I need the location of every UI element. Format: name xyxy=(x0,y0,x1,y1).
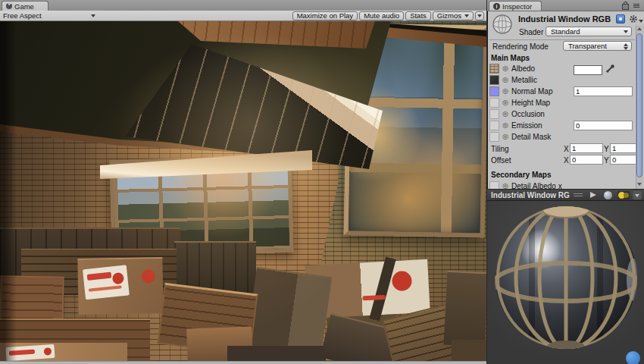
maximize-on-play-button[interactable]: Maximize on Play xyxy=(292,11,358,20)
divider xyxy=(489,39,635,40)
scene-box-right-stack xyxy=(443,271,486,347)
preset-icon[interactable] xyxy=(616,14,625,24)
gizmos-dropdown[interactable]: Gizmos xyxy=(433,11,474,20)
scene-box-red-label xyxy=(77,257,163,315)
height-map-thumbnail[interactable] xyxy=(489,98,499,108)
albedo-label: Albedo xyxy=(511,64,535,73)
material-name: Industrial Window RGB xyxy=(518,14,611,24)
preview-sphere-icon[interactable] xyxy=(604,191,612,199)
offset-y-label: Y xyxy=(604,156,609,165)
box-label-mark xyxy=(87,272,112,281)
inspector-scrollbar-thumb[interactable] xyxy=(636,33,642,177)
object-picker-icon[interactable]: ◎ xyxy=(502,133,508,140)
albedo-thumbnail[interactable] xyxy=(489,64,499,74)
tiling-label: Tiling xyxy=(491,145,509,153)
scroll-down-icon[interactable] xyxy=(637,183,642,186)
emission-label: Emission xyxy=(511,121,542,130)
game-view-bottom-strip xyxy=(0,361,486,364)
inspector-tab-icon: i xyxy=(493,3,500,10)
normal-map-thumbnail[interactable] xyxy=(489,86,499,96)
shader-dropdown[interactable]: Standard xyxy=(546,27,632,36)
game-viewport[interactable] xyxy=(0,21,486,361)
drag-handle-icon[interactable] xyxy=(574,193,583,196)
game-tabstrip: Game xyxy=(0,0,486,11)
box-strap xyxy=(369,257,395,322)
mute-audio-button[interactable]: Mute audio xyxy=(359,11,404,20)
material-preview-area[interactable] xyxy=(487,201,644,364)
unity-editor-window: Game Free Aspect Maximize on Play Mute a… xyxy=(0,0,644,364)
gizmos-menu-button[interactable] xyxy=(475,11,484,20)
gear-menu-arrow-icon[interactable] xyxy=(639,20,643,23)
box-label-stamp xyxy=(44,347,52,356)
chevron-down-icon xyxy=(477,14,482,17)
preview-title: Industrial Window RG xyxy=(491,191,570,199)
detail-mask-thumbnail[interactable] xyxy=(489,132,499,142)
lock-icon[interactable] xyxy=(622,4,629,10)
object-picker-icon[interactable]: ◎ xyxy=(502,64,508,72)
tiling-x-field[interactable] xyxy=(570,143,603,153)
updown-arrows-icon xyxy=(624,43,628,50)
object-picker-icon[interactable]: ◎ xyxy=(502,110,508,118)
inspector-tabstrip: i Inspector xyxy=(487,0,644,11)
gear-icon[interactable] xyxy=(629,14,638,24)
material-preview-sphere xyxy=(492,204,639,351)
preview-lighting-icon[interactable] xyxy=(617,191,630,199)
game-toolbar: Free Aspect Maximize on Play Mute audio … xyxy=(0,11,486,21)
offset-y-field[interactable] xyxy=(610,155,637,165)
normal-map-scale-field[interactable] xyxy=(574,86,633,96)
occlusion-label: Occlusion xyxy=(511,110,545,118)
scroll-up-icon[interactable] xyxy=(637,27,642,30)
offset-x-field[interactable] xyxy=(570,155,603,165)
stats-button[interactable]: Stats xyxy=(405,11,431,20)
aspect-dropdown[interactable]: Free Aspect xyxy=(0,11,100,20)
scene-floor-boxes xyxy=(227,346,326,361)
height-map-label: Height Map xyxy=(511,99,550,107)
tab-game[interactable]: Game xyxy=(2,1,48,11)
chevron-down-icon xyxy=(624,30,628,33)
offset-label: Offset xyxy=(491,156,511,165)
detail-mask-label: Detail Mask xyxy=(511,133,551,141)
chevron-down-icon xyxy=(91,14,95,17)
scene-box-bottom-label xyxy=(0,343,127,361)
albedo-color-swatch[interactable] xyxy=(574,65,602,75)
eyedropper-icon[interactable] xyxy=(605,64,615,74)
play-icon[interactable] xyxy=(590,192,596,198)
preview-options-icon[interactable] xyxy=(633,191,642,199)
metallic-label: Metallic xyxy=(511,76,537,84)
secondary-maps-header: Secondary Maps xyxy=(491,171,551,179)
normal-map-label: Normal Map xyxy=(511,87,552,96)
box-label-mark xyxy=(89,285,122,292)
material-sphere-icon xyxy=(491,13,514,36)
material-preview-header[interactable]: Industrial Window RG xyxy=(487,189,644,201)
rendering-mode-label: Rendering Mode xyxy=(492,42,549,51)
box-label-stamp xyxy=(392,271,412,291)
tiling-y-field[interactable] xyxy=(610,143,637,153)
scene-box-right-bottom xyxy=(452,340,486,361)
game-tab-icon xyxy=(6,3,12,9)
metallic-thumbnail[interactable] xyxy=(489,75,499,85)
occlusion-thumbnail[interactable] xyxy=(489,109,499,119)
box-stamp xyxy=(142,269,155,283)
inspector-tab-label: Inspector xyxy=(502,2,532,11)
panel-menu-icon[interactable] xyxy=(633,4,639,8)
chevron-down-icon xyxy=(464,14,469,17)
shader-label: Shader xyxy=(519,28,543,36)
offset-x-label: X xyxy=(564,156,569,165)
object-picker-icon[interactable]: ◎ xyxy=(502,121,508,129)
box-label xyxy=(83,265,130,300)
emission-thumbnail[interactable] xyxy=(489,121,499,130)
object-picker-icon[interactable]: ◎ xyxy=(502,87,508,95)
tiling-x-label: X xyxy=(564,145,569,153)
main-maps-header: Main Maps xyxy=(491,54,530,62)
emission-value-field[interactable] xyxy=(574,121,633,130)
box-label-mark xyxy=(9,350,35,356)
tiling-y-label: Y xyxy=(604,145,609,153)
object-picker-icon[interactable]: ◎ xyxy=(502,99,508,106)
game-tab-label: Game xyxy=(14,2,34,11)
collab-badge-icon[interactable] xyxy=(626,351,640,364)
tab-inspector[interactable]: i Inspector xyxy=(489,1,542,11)
rendering-mode-dropdown[interactable]: Transparent xyxy=(563,41,632,51)
box-label-stamp xyxy=(112,272,124,284)
box-label xyxy=(5,344,55,361)
object-picker-icon[interactable]: ◎ xyxy=(502,76,508,83)
